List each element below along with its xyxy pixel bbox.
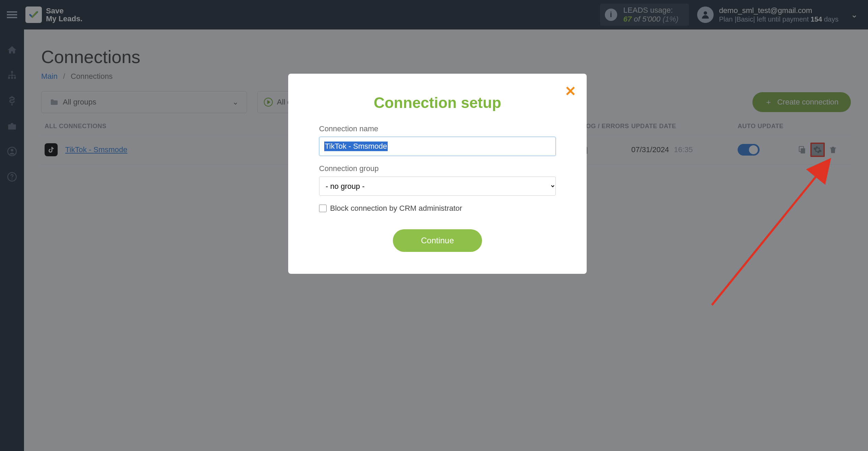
connection-name-input[interactable]: TikTok - Smsmode bbox=[319, 137, 556, 156]
close-button[interactable]: ✕ bbox=[565, 83, 576, 99]
connection-name-label: Connection name bbox=[319, 124, 556, 133]
modal-title: Connection setup bbox=[319, 94, 556, 111]
connection-setup-modal: ✕ Connection setup Connection name TikTo… bbox=[288, 74, 587, 274]
block-connection-checkbox[interactable] bbox=[319, 205, 327, 212]
block-connection-label: Block connection by CRM administrator bbox=[330, 204, 462, 213]
connection-group-select[interactable]: - no group - bbox=[319, 176, 556, 196]
connection-group-label: Connection group bbox=[319, 164, 556, 173]
continue-button[interactable]: Continue bbox=[393, 229, 482, 252]
